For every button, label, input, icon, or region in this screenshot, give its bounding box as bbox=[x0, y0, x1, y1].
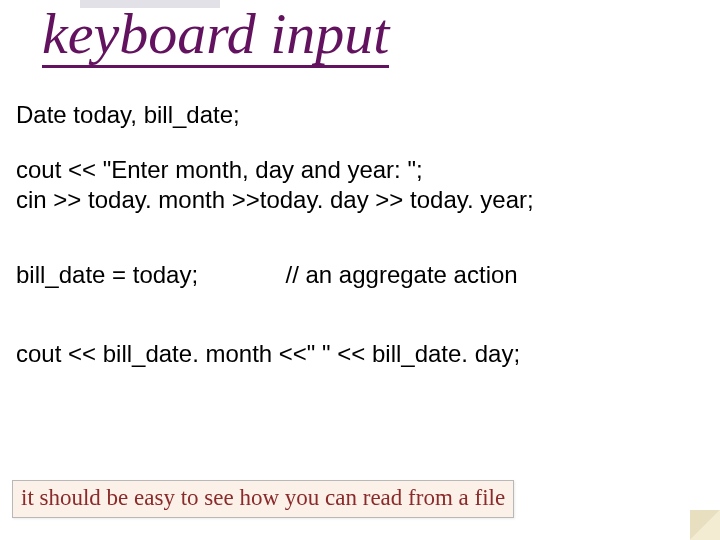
code-line-3: cin >> today. month >>today. day >> toda… bbox=[16, 185, 708, 214]
page-curl-icon bbox=[690, 510, 720, 540]
code-line-2: cout << "Enter month, day and year: "; bbox=[16, 155, 708, 184]
code-assign: bill_date = today; bbox=[16, 261, 198, 288]
slide-title: keyboard input bbox=[42, 4, 389, 68]
code-line-4: bill_date = today; // an aggregate actio… bbox=[16, 260, 708, 289]
note-box: it should be easy to see how you can rea… bbox=[12, 480, 514, 518]
code-comment: // an aggregate action bbox=[285, 261, 517, 288]
slide-body: Date today, bill_date; cout << "Enter mo… bbox=[16, 100, 708, 368]
code-line-5: cout << bill_date. month <<" " << bill_d… bbox=[16, 339, 708, 368]
code-line-1: Date today, bill_date; bbox=[16, 100, 708, 129]
slide: keyboard input Date today, bill_date; co… bbox=[0, 0, 720, 540]
title-wrap: keyboard input bbox=[42, 4, 389, 68]
note-wrap: it should be easy to see how you can rea… bbox=[12, 480, 514, 518]
